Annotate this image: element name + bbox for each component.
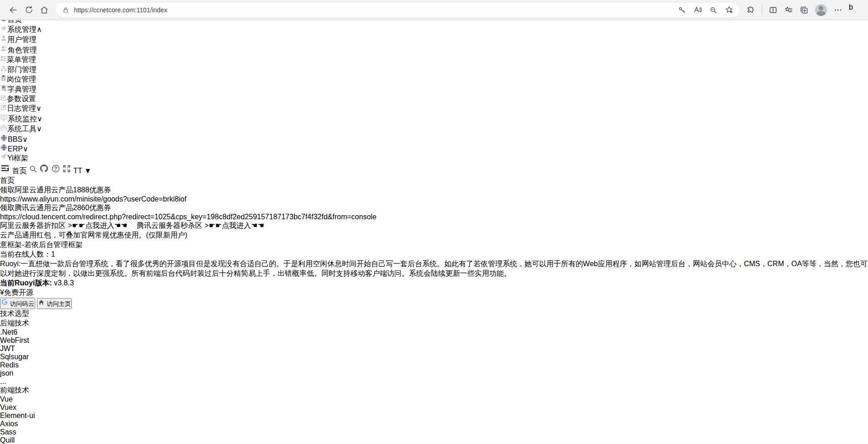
sidebar-item-menu-management[interactable]: 菜单管理 xyxy=(0,55,868,65)
back-icon[interactable] xyxy=(5,2,21,18)
online-label: 当前在线人数： xyxy=(0,250,51,258)
settings-menu-icon[interactable] xyxy=(833,5,842,15)
breadcrumb: 首页 xyxy=(12,167,26,175)
sidebar-item-post-management[interactable]: 岗位管理 xyxy=(0,75,868,84)
zoom-out-icon[interactable] xyxy=(709,6,717,14)
user-icon xyxy=(0,36,7,43)
announcement-link[interactable]: https://cloud.tencent.com/redirect.php?r… xyxy=(0,213,376,221)
chevron-down-icon: ∨ xyxy=(37,125,42,133)
fullscreen-icon[interactable] xyxy=(62,167,73,175)
announcement-text: 领取阿里云通用云产品1888优惠券 xyxy=(0,186,111,194)
sidebar-toggle-icon[interactable] xyxy=(0,167,12,175)
sidebar-item-dept-management[interactable]: 部门管理 xyxy=(0,65,868,75)
url-text[interactable]: https://ccnetcore.com:1101/index xyxy=(74,6,672,14)
frontend-tech-list: VueVuexElement-uiAxiosSassQuill... xyxy=(0,395,868,444)
profile-avatar[interactable] xyxy=(815,4,827,16)
menu-list-icon xyxy=(0,56,7,63)
search-icon[interactable] xyxy=(29,167,39,175)
announcement-link[interactable]: https://www.aliyun.com/minisite/goods?us… xyxy=(0,195,187,203)
top-navbar: 首页 TT ▼ xyxy=(0,163,868,176)
favorite-add-icon[interactable] xyxy=(725,5,733,14)
favorites-icon[interactable] xyxy=(784,5,793,15)
tech-list-item: WebFirst xyxy=(0,336,868,345)
version-line: 当前Ruoyi版本: v3.8.3 xyxy=(0,279,868,288)
lock-icon[interactable] xyxy=(62,6,69,14)
visit-homepage-label: 访问主页 xyxy=(47,300,71,307)
split-screen-icon[interactable] xyxy=(769,5,778,15)
online-count-line: 当前在线人数：1 xyxy=(0,250,868,259)
free-open-source-badge: ¥免费开源 xyxy=(0,289,33,296)
refresh-icon[interactable] xyxy=(21,2,37,18)
announcement-text: 阿里云服务器折扣区 > xyxy=(0,222,72,229)
tag-home[interactable]: 首页 xyxy=(0,176,15,184)
visit-gitee-button[interactable]: 访问码云 xyxy=(0,298,35,309)
sidebar-item-label: Yi框架 xyxy=(7,154,28,162)
home-icon[interactable] xyxy=(37,2,52,18)
sidebar-item-system-management[interactable]: 系统管理∧ xyxy=(0,25,868,35)
sidebar-item-log-management[interactable]: 日志管理∨ xyxy=(0,104,868,114)
sidebar-item-label: 角色管理 xyxy=(8,46,37,54)
chevron-down-icon: ∨ xyxy=(37,115,42,123)
page-content: 领取阿里云通用云产品1888优惠券https://www.aliyun.com/… xyxy=(0,186,868,444)
sidebar-item-label: 用户管理 xyxy=(7,36,37,43)
org-tree-icon xyxy=(0,66,7,73)
announcement-link[interactable]: ☛☛点我进入☚☚ xyxy=(209,222,264,229)
tech-list-item: .Net6 xyxy=(0,328,868,336)
tech-title: 技术选型 xyxy=(0,309,868,319)
sidebar-item-erp[interactable]: ERP∨ xyxy=(0,144,868,153)
intro-description: Ruoyi:一直想做一款后台管理系统，看了很多优秀的开源项目但是发现没有合适自己… xyxy=(0,259,868,279)
tech-list-item: Vue xyxy=(0,395,868,403)
announcement-text: 腾讯云服务器秒杀区 > xyxy=(127,222,209,229)
visit-homepage-button[interactable]: 访问主页 xyxy=(37,298,72,309)
sidebar-item-dict-management[interactable]: 字典管理 xyxy=(0,84,868,94)
log-icon xyxy=(0,104,7,112)
address-bar[interactable]: https://ccnetcore.com:1101/index xyxy=(56,3,740,17)
home-solid-icon xyxy=(38,300,47,307)
app-window: 意框架管理系统 首页系统管理∧用户管理角色管理菜单管理部门管理岗位管理字典管理参… xyxy=(0,0,868,444)
chevron-up-icon: ∧ xyxy=(37,26,42,33)
announcement-line: 领取阿里云通用云产品1888优惠券 xyxy=(0,186,868,195)
sidebar-item-label: 系统管理 xyxy=(7,26,37,33)
tech-list-item: Quill xyxy=(0,436,868,444)
id-card-icon xyxy=(0,75,7,83)
version-value: v3.8.3 xyxy=(54,279,74,287)
users-icon xyxy=(0,46,8,54)
announcement-panel: 领取阿里云通用云产品1888优惠券https://www.aliyun.com/… xyxy=(0,186,868,240)
tags-bar: 首页 xyxy=(0,176,868,186)
intro-row: 意框架-若依后台管理框架 当前在线人数：1 Ruoyi:一直想做一款后台管理系统… xyxy=(0,240,868,444)
sidebar-item-label: ERP xyxy=(8,145,23,153)
tech-list-item: Vuex xyxy=(0,403,868,412)
version-label: 当前Ruoyi版本: xyxy=(0,279,52,287)
read-aloud-icon[interactable] xyxy=(693,5,702,14)
toolbox-icon xyxy=(0,125,7,133)
password-key-icon[interactable] xyxy=(678,6,686,14)
intro-title: 意框架-若依后台管理框架 xyxy=(0,240,868,250)
tech-list-item: ... xyxy=(0,377,868,386)
announcement-line: https://cloud.tencent.com/redirect.php?r… xyxy=(0,213,868,221)
sidebar-item-param-settings[interactable]: 参数设置 xyxy=(0,94,868,104)
sidebar-item-label: 菜单管理 xyxy=(7,56,36,63)
bing-chat-icon[interactable]: b xyxy=(849,3,863,17)
sidebar-item-system-tools[interactable]: 系统工具∨ xyxy=(0,124,868,134)
announcement-link[interactable]: ☛☛点我进入☚☚ xyxy=(72,222,127,229)
announcement-line: https://www.aliyun.com/minisite/goods?us… xyxy=(0,195,868,203)
sidebar-item-label: 参数设置 xyxy=(7,95,36,103)
sidebar-item-user-management[interactable]: 用户管理 xyxy=(0,35,868,45)
github-icon[interactable] xyxy=(39,167,51,175)
tech-list-item: Sass xyxy=(0,428,868,436)
collections-icon[interactable] xyxy=(800,5,809,15)
chevron-down-icon: ∨ xyxy=(36,104,42,112)
user-menu-caret-icon[interactable]: ▼ xyxy=(84,167,91,175)
extensions-icon[interactable] xyxy=(746,5,755,15)
sidebar-item-yi-framework[interactable]: Yi框架 xyxy=(0,153,868,163)
sidebar-item-role-management[interactable]: 角色管理 xyxy=(0,45,868,55)
browser-chrome: https://ccnetcore.com:1101/index xyxy=(0,0,868,20)
tech-list-item: json xyxy=(0,369,868,377)
sidebar-item-system-monitor[interactable]: 系统监控∨ xyxy=(0,114,868,124)
sidebar-item-bbs[interactable]: BBS∨ xyxy=(0,134,868,144)
help-icon[interactable] xyxy=(51,167,62,175)
font-size-icon[interactable]: TT xyxy=(73,167,82,175)
tech-section: 技术选型 后端技术 .Net6WebFirstJWTSqlsugarRedisj… xyxy=(0,309,868,444)
tech-list-item: Axios xyxy=(0,420,868,428)
gitee-icon xyxy=(1,300,10,307)
